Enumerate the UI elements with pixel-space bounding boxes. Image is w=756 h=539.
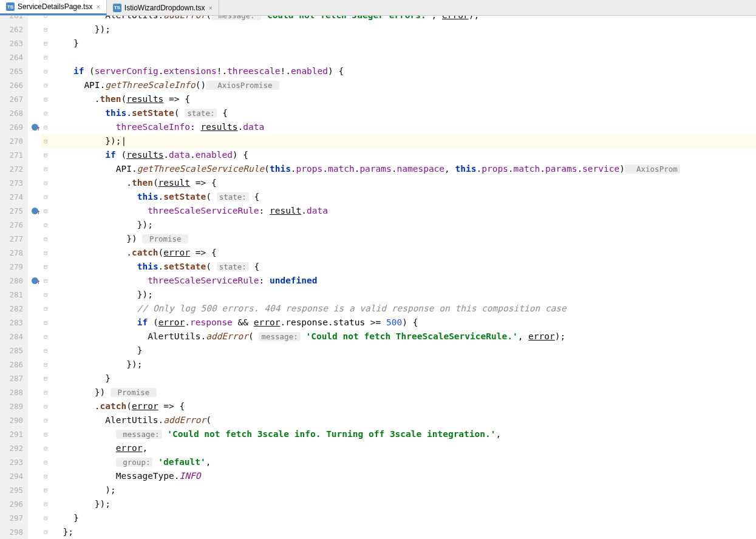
fold-indicator[interactable]: ⊟ (41, 36, 50, 50)
gutter-marker[interactable] (28, 260, 41, 274)
fold-indicator[interactable]: ⊟ (41, 176, 50, 190)
code-line[interactable]: 290⊟ AlertUtils.addError( (0, 413, 756, 427)
gutter-marker[interactable] (28, 511, 41, 525)
fold-indicator[interactable]: ⊟ (41, 469, 50, 483)
fold-indicator[interactable]: ⊟ (41, 344, 50, 358)
code-line[interactable]: 265⊟ if (serverConfig.extensions!.threes… (0, 64, 756, 78)
code-line[interactable]: 282⊟ // Only log 500 errors. 404 respons… (0, 302, 756, 316)
fold-indicator[interactable]: ⊟ (41, 497, 50, 511)
fold-indicator[interactable]: ⊟ (41, 371, 50, 385)
gutter-marker[interactable] (28, 162, 41, 176)
gutter-marker[interactable] (28, 288, 41, 302)
gutter-marker[interactable] (28, 413, 41, 427)
gutter-marker[interactable] (28, 22, 41, 36)
gutter-marker[interactable] (28, 316, 41, 330)
code-line[interactable]: 288⊟ }) Promise (0, 385, 756, 399)
code-line[interactable]: 264⊟ (0, 50, 756, 64)
fold-indicator[interactable]: ⊟ (41, 483, 50, 497)
close-icon[interactable]: × (96, 3, 100, 10)
gutter-marker[interactable] (28, 78, 41, 92)
gutter-marker[interactable] (28, 176, 41, 190)
code-line[interactable]: 280⊟ threeScaleServiceRule: undefined (0, 274, 756, 288)
code-line[interactable]: 291⊟ message: 'Could not fetch 3scale in… (0, 427, 756, 441)
gutter-marker[interactable] (28, 232, 41, 246)
fold-indicator[interactable]: ⊟ (41, 64, 50, 78)
code-line[interactable]: 283⊟ if (error.response && error.respons… (0, 316, 756, 330)
code-line[interactable]: 278⊟ .catch(error => { (0, 246, 756, 260)
code-line[interactable]: 276⊟ }); (0, 218, 756, 232)
fold-indicator[interactable]: ⊟ (41, 260, 50, 274)
fold-indicator[interactable]: ⊟ (41, 413, 50, 427)
fold-indicator[interactable]: ⊟ (41, 232, 50, 246)
fold-indicator[interactable]: ⊟ (41, 148, 50, 162)
gutter-marker[interactable] (28, 190, 41, 204)
fold-indicator[interactable]: ⊟ (41, 511, 50, 525)
fold-indicator[interactable]: ⊟ (41, 385, 50, 399)
fold-indicator[interactable]: ⊟ (41, 330, 50, 344)
gutter-marker[interactable] (28, 358, 41, 371)
fold-indicator[interactable]: ⊟ (41, 218, 50, 232)
code-line[interactable]: 262⊟ }); (0, 22, 756, 36)
code-line[interactable]: 263⊟ } (0, 36, 756, 50)
fold-indicator[interactable]: ⊟ (41, 134, 50, 148)
code-line[interactable]: 272⊟ API.getThreeScaleServiceRule(this.p… (0, 162, 756, 176)
code-line[interactable]: 267⊟ .then(results => { (0, 92, 756, 106)
gutter-marker[interactable] (28, 134, 41, 148)
gutter-marker[interactable] (28, 50, 41, 64)
code-line[interactable]: 298⊟ }; (0, 525, 756, 539)
code-line[interactable]: 297⊟ } (0, 511, 756, 525)
gutter-marker[interactable] (28, 36, 41, 50)
gutter-marker[interactable] (28, 385, 41, 399)
code-line[interactable]: 279⊟ this.setState( state: { (0, 260, 756, 274)
code-line[interactable]: 294⊟ MessageType.INFO (0, 469, 756, 483)
fold-indicator[interactable]: ⊟ (41, 190, 50, 204)
code-line[interactable]: 271⊟ if (results.data.enabled) { (0, 148, 756, 162)
gutter-marker[interactable] (28, 399, 41, 413)
fold-indicator[interactable]: ⊟ (41, 358, 50, 371)
code-line[interactable]: 273⊟ .then(result => { (0, 176, 756, 190)
fold-indicator[interactable]: ⊟ (41, 288, 50, 302)
code-line[interactable]: 274⊟ this.setState( state: { (0, 190, 756, 204)
gutter-marker[interactable] (28, 246, 41, 260)
editor[interactable]: 261⊟ AlertUtils.addError( message: 'Coul… (0, 16, 756, 539)
code-line[interactable]: 287⊟ } (0, 371, 756, 385)
fold-indicator[interactable]: ⊟ (41, 525, 50, 539)
tab-istio-wizard[interactable]: TS IstioWizardDropdown.tsx × (107, 0, 219, 15)
code-line[interactable]: 292⊟ error, (0, 441, 756, 455)
code-line[interactable]: 296⊟ }); (0, 497, 756, 511)
close-icon[interactable]: × (209, 4, 213, 12)
code-area[interactable]: 261⊟ AlertUtils.addError( message: 'Coul… (0, 16, 756, 539)
code-line[interactable]: 289⊟ .catch(error => { (0, 399, 756, 413)
code-line[interactable]: 277⊟ }) Promise (0, 232, 756, 246)
fold-indicator[interactable]: ⊟ (41, 78, 50, 92)
fold-indicator[interactable]: ⊟ (41, 92, 50, 106)
gutter-marker[interactable] (28, 218, 41, 232)
fold-indicator[interactable]: ⊟ (41, 204, 50, 218)
fold-indicator[interactable]: ⊟ (41, 22, 50, 36)
gutter-marker[interactable] (28, 455, 41, 469)
fold-indicator[interactable]: ⊟ (41, 106, 50, 120)
fold-indicator[interactable]: ⊟ (41, 162, 50, 176)
gutter-marker[interactable] (28, 120, 41, 134)
code-line[interactable]: 284⊟ AlertUtils.addError( message: 'Coul… (0, 330, 756, 344)
tab-service-details[interactable]: TS ServiceDetailsPage.tsx × (0, 0, 107, 15)
gutter-marker[interactable] (28, 106, 41, 120)
fold-indicator[interactable]: ⊟ (41, 441, 50, 455)
gutter-marker[interactable] (28, 302, 41, 316)
gutter-marker[interactable] (28, 330, 41, 344)
fold-indicator[interactable]: ⊟ (41, 274, 50, 288)
code-line[interactable]: 281⊟ }); (0, 288, 756, 302)
gutter-marker[interactable] (28, 427, 41, 441)
fold-indicator[interactable]: ⊟ (41, 50, 50, 64)
gutter-marker[interactable] (28, 204, 41, 218)
gutter-marker[interactable] (28, 483, 41, 497)
fold-indicator[interactable]: ⊟ (41, 455, 50, 469)
gutter-marker[interactable] (28, 441, 41, 455)
fold-indicator[interactable]: ⊟ (41, 246, 50, 260)
gutter-marker[interactable] (28, 497, 41, 511)
fold-indicator[interactable]: ⊟ (41, 399, 50, 413)
fold-indicator[interactable]: ⊟ (41, 427, 50, 441)
code-line[interactable]: 285⊟ } (0, 344, 756, 358)
fold-indicator[interactable]: ⊟ (41, 316, 50, 330)
code-line[interactable]: 270⊟ });| (0, 134, 756, 148)
